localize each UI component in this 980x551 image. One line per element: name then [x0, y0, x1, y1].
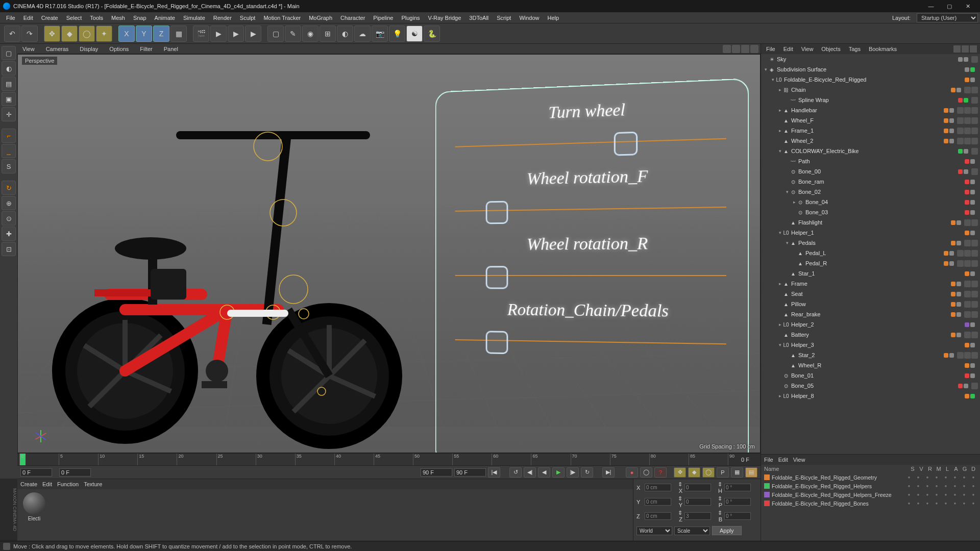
object-tag[interactable] — [964, 219, 971, 226]
object-row[interactable]: ▸ ⛓ Chain — [761, 85, 980, 95]
vp-nav-icon[interactable] — [723, 45, 731, 53]
scale-tool[interactable]: ✦ — [96, 26, 112, 42]
visibility-dots[interactable] — [944, 139, 954, 143]
expand-icon[interactable]: ▾ — [785, 189, 790, 194]
visibility-dots[interactable] — [951, 292, 961, 296]
object-tag[interactable] — [971, 128, 978, 134]
object-tag[interactable] — [957, 352, 964, 359]
object-tag[interactable] — [971, 56, 978, 63]
layer-color-swatch[interactable] — [764, 474, 770, 480]
object-tag[interactable] — [971, 301, 978, 308]
object-row[interactable]: 〰 Path — [761, 156, 980, 166]
menu-character[interactable]: Character — [336, 13, 369, 22]
layer-toggle[interactable]: ● — [924, 474, 931, 481]
poly-mode-button[interactable]: S — [2, 159, 16, 173]
layer-toggle[interactable]: ● — [915, 474, 922, 481]
texture-mode-button[interactable]: ◐ — [2, 61, 16, 76]
object-tag[interactable] — [971, 291, 978, 297]
object-tag[interactable] — [971, 311, 978, 318]
menu-file[interactable]: File — [2, 13, 19, 22]
layer-toggle[interactable]: ● — [951, 492, 959, 498]
close-button[interactable]: ✕ — [959, 0, 977, 12]
layer-toggle[interactable]: ● — [951, 483, 959, 489]
visibility-dots[interactable] — [965, 159, 975, 164]
object-row[interactable]: ▲ Pillow — [761, 299, 980, 309]
menu-edit[interactable]: Edit — [19, 13, 37, 22]
visibility-dots[interactable] — [944, 261, 954, 266]
mat-menu-function[interactable]: Function — [57, 481, 79, 487]
model-mode-button[interactable]: ▢ — [2, 46, 16, 60]
object-tag[interactable] — [964, 291, 971, 297]
autokey-button[interactable]: ◯ — [640, 467, 652, 478]
visibility-dots[interactable] — [965, 373, 975, 378]
play-back-button[interactable]: ◀ — [538, 467, 550, 478]
object-row[interactable]: ▸ ⊙ Bone_04 — [761, 197, 980, 207]
visibility-dots[interactable] — [965, 343, 975, 347]
visibility-dots[interactable] — [951, 241, 961, 245]
script-button[interactable]: 🐍 — [424, 26, 440, 42]
maximize-button[interactable]: ▢ — [940, 0, 959, 12]
object-tag[interactable] — [971, 352, 978, 359]
object-row[interactable]: ⊙ Bone_01 — [761, 370, 980, 381]
obj-menu-edit[interactable]: Edit — [781, 45, 795, 53]
object-tag[interactable] — [957, 117, 964, 124]
material-slot[interactable]: Electi — [20, 492, 48, 521]
object-row[interactable]: ▲ Battery — [761, 330, 980, 340]
layer-toggle[interactable]: ● — [942, 483, 949, 489]
layer-toggle[interactable]: ● — [961, 500, 968, 507]
visibility-dots[interactable] — [958, 149, 968, 154]
menu-mesh[interactable]: Mesh — [107, 13, 129, 22]
layer-toggle[interactable]: ● — [951, 500, 959, 507]
pen-tool-button[interactable]: ✎ — [285, 26, 301, 42]
visibility-dots[interactable] — [951, 333, 961, 337]
object-tag[interactable] — [957, 128, 964, 134]
timeline-open-button[interactable]: ▤ — [745, 467, 757, 478]
visibility-dots[interactable] — [965, 190, 975, 194]
menu-motion tracker[interactable]: Motion Tracker — [259, 13, 305, 22]
object-row[interactable]: ▲ Star_2 — [761, 350, 980, 360]
visibility-dots[interactable] — [944, 129, 954, 133]
render-region-button[interactable]: ▶ — [210, 26, 227, 42]
layer-toggle[interactable]: ● — [942, 492, 949, 498]
menu-tools[interactable]: Tools — [86, 13, 107, 22]
layer-toggle[interactable]: ● — [924, 500, 931, 507]
pos-y[interactable] — [645, 498, 671, 506]
object-tag[interactable] — [971, 281, 978, 287]
move-tool[interactable]: ◆ — [61, 26, 78, 42]
expand-icon[interactable]: ▾ — [777, 230, 782, 235]
view-icon[interactable] — [962, 45, 969, 53]
object-row[interactable]: ▲ Seat — [761, 289, 980, 299]
pos-x[interactable] — [645, 484, 671, 491]
object-tag[interactable] — [957, 138, 964, 144]
layer-toggle[interactable]: ● — [951, 474, 959, 481]
object-row[interactable]: ⊙ Bone_05 — [761, 381, 980, 391]
frame-current-field[interactable] — [59, 468, 91, 477]
object-row[interactable]: ▾ L0 Helper_3 — [761, 340, 980, 350]
vp-nav-icon[interactable] — [741, 45, 749, 53]
layer-row[interactable]: Foldable_E-Bicycle_Red_Rigged_Bones ●●●●… — [761, 499, 980, 508]
layout-dropdown[interactable]: Startup (User) — [917, 13, 978, 22]
visibility-dots[interactable] — [951, 282, 961, 286]
menu-animate[interactable]: Animate — [151, 13, 179, 22]
viewport-3d[interactable]: Perspective — [17, 54, 761, 453]
vp-menu-view[interactable]: View — [19, 45, 38, 53]
nurbs-button[interactable]: ◉ — [302, 26, 318, 42]
layer-toggle[interactable]: ● — [924, 483, 931, 489]
frame-range-end[interactable] — [421, 468, 452, 477]
goto-end-button[interactable]: ▶| — [602, 467, 615, 478]
object-row[interactable]: ▾ ⊙ Bone_02 — [761, 187, 980, 197]
layer-menu-view[interactable]: View — [793, 457, 805, 463]
visibility-dots[interactable] — [965, 210, 975, 215]
axis-z-button[interactable]: Z — [153, 26, 169, 42]
object-tag[interactable] — [971, 138, 978, 144]
visibility-dots[interactable] — [951, 220, 961, 225]
pos-z[interactable] — [645, 512, 671, 520]
param-key-button[interactable]: P — [717, 467, 729, 478]
menu-sculpt[interactable]: Sculpt — [236, 13, 260, 22]
layer-toggle[interactable]: ● — [961, 474, 968, 481]
object-tag[interactable] — [964, 240, 971, 246]
object-tag[interactable] — [971, 107, 978, 114]
layer-toggle[interactable]: ● — [905, 492, 913, 498]
layer-toggle[interactable]: ● — [933, 500, 940, 507]
vp-menu-cameras[interactable]: Cameras — [43, 45, 72, 53]
